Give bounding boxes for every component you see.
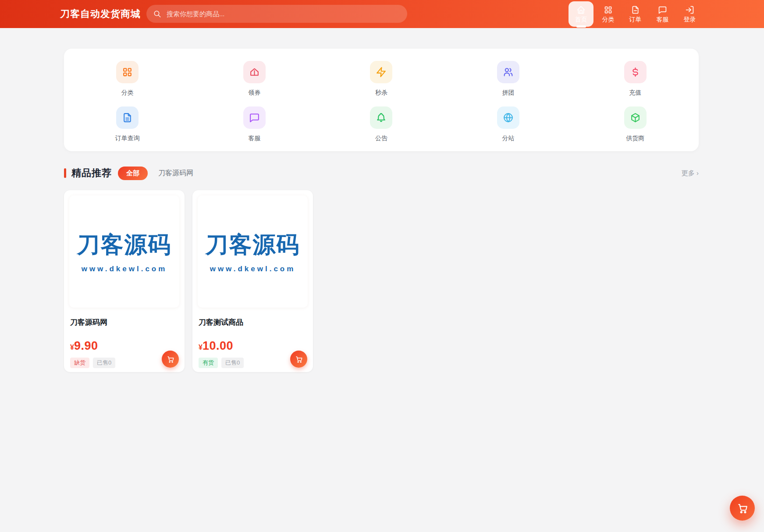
document-icon: [116, 106, 139, 129]
nav-label: 分类: [602, 16, 615, 23]
nav-item-support[interactable]: 客服: [650, 1, 675, 27]
users-icon: [497, 61, 519, 83]
bolt-icon: [370, 61, 392, 83]
search-input[interactable]: [166, 10, 400, 18]
service-item-order-lookup[interactable]: 订单查询: [64, 106, 191, 142]
sold-badge: 已售0: [93, 358, 115, 368]
sold-badge: 已售0: [221, 358, 244, 368]
cube-icon: [624, 106, 647, 129]
add-to-cart-button[interactable]: [162, 351, 179, 368]
add-to-cart-button[interactable]: [290, 351, 307, 368]
service-item-flash-sale[interactable]: 秒杀: [318, 61, 445, 97]
nav-label: 首页: [575, 16, 587, 23]
section-accent-bar: [64, 168, 66, 178]
chat-icon: [658, 5, 667, 14]
main-nav: 首页 分类 订单 客服 登录: [569, 0, 702, 28]
service-label: 客服: [248, 135, 260, 142]
coupon-icon: [243, 61, 266, 83]
search-bar[interactable]: [146, 5, 407, 23]
service-label: 分类: [121, 89, 134, 97]
bell-icon: [370, 106, 392, 129]
cart-icon: [295, 355, 303, 363]
order-icon: [631, 5, 640, 14]
product-image: 刀客源码 www.dkewl.com: [69, 195, 179, 308]
cart-icon: [167, 355, 174, 363]
service-label: 公告: [375, 135, 387, 142]
service-item-categories[interactable]: 分类: [64, 61, 191, 97]
currency-symbol: ¥: [199, 344, 203, 351]
tab-all[interactable]: 全部: [118, 167, 148, 180]
service-label: 充值: [629, 89, 641, 97]
services-card: 分类 领券 秒杀 拼团 充值 订单查询 客服: [64, 49, 699, 151]
service-label: 分站: [502, 135, 515, 142]
product-card-2[interactable]: 刀客源码 www.dkewl.com 刀客测试商品 ¥ 10.00 有货 已售0: [192, 190, 313, 372]
service-item-coupons[interactable]: 领券: [191, 61, 318, 97]
stock-badge: 缺货: [70, 358, 89, 368]
product-price: ¥ 10.00: [199, 339, 307, 353]
chat-icon: [243, 106, 266, 129]
dollar-icon: [624, 61, 647, 83]
service-item-recharge[interactable]: 充值: [572, 61, 699, 97]
active-indicator: [576, 25, 586, 28]
floating-cart-button[interactable]: [730, 496, 755, 521]
price-value: 10.00: [203, 339, 233, 353]
service-item-supplier[interactable]: 供货商: [572, 106, 699, 142]
product-image-logo: 刀客源码: [77, 230, 172, 260]
stock-badge: 有货: [199, 358, 218, 368]
search-icon: [153, 10, 161, 18]
service-item-substation[interactable]: 分站: [445, 106, 572, 142]
nav-label: 客服: [657, 16, 669, 23]
nav-label: 登录: [684, 16, 696, 23]
product-image-url: www.dkewl.com: [210, 265, 296, 273]
service-label: 秒杀: [375, 89, 387, 97]
product-price: ¥ 9.90: [70, 339, 178, 353]
service-label: 供货商: [626, 135, 644, 142]
home-icon: [576, 5, 586, 14]
nav-item-login[interactable]: 登录: [677, 1, 702, 27]
product-title: 刀客测试商品: [199, 317, 307, 327]
globe-icon: [497, 106, 519, 129]
product-image-url: www.dkewl.com: [82, 265, 167, 273]
site-logo[interactable]: 刀客自动发货商城: [60, 0, 141, 28]
section-title: 精品推荐: [71, 167, 112, 180]
service-label: 领券: [248, 89, 260, 97]
service-item-group-buy[interactable]: 拼团: [445, 61, 572, 97]
nav-item-home[interactable]: 首页: [569, 1, 593, 27]
more-link[interactable]: 更多 ›: [682, 169, 699, 177]
service-label: 订单查询: [115, 135, 140, 142]
site-header: 刀客自动发货商城 首页 分类 订单: [0, 0, 764, 28]
service-item-support[interactable]: 客服: [191, 106, 318, 142]
product-image-logo: 刀客源码: [206, 230, 300, 260]
nav-item-orders[interactable]: 订单: [623, 1, 648, 27]
tab-dkyuanmawang[interactable]: 刀客源码网: [158, 169, 193, 178]
grid-icon: [604, 5, 613, 14]
product-image: 刀客源码 www.dkewl.com: [198, 195, 308, 308]
currency-symbol: ¥: [70, 344, 74, 351]
nav-label: 订单: [629, 16, 642, 23]
featured-section-header: 精品推荐 全部 刀客源码网 更多 ›: [64, 165, 699, 181]
nav-item-categories[interactable]: 分类: [596, 1, 621, 27]
grid-icon: [116, 61, 139, 83]
price-value: 9.90: [74, 339, 98, 353]
cart-icon: [737, 503, 748, 514]
product-title: 刀客源码网: [70, 317, 178, 327]
product-grid: 刀客源码 www.dkewl.com 刀客源码网 ¥ 9.90 缺货 已售0 刀…: [64, 190, 313, 372]
service-item-announcements[interactable]: 公告: [318, 106, 445, 142]
login-icon: [685, 5, 694, 14]
product-card-1[interactable]: 刀客源码 www.dkewl.com 刀客源码网 ¥ 9.90 缺货 已售0: [64, 190, 185, 372]
service-label: 拼团: [502, 89, 515, 97]
